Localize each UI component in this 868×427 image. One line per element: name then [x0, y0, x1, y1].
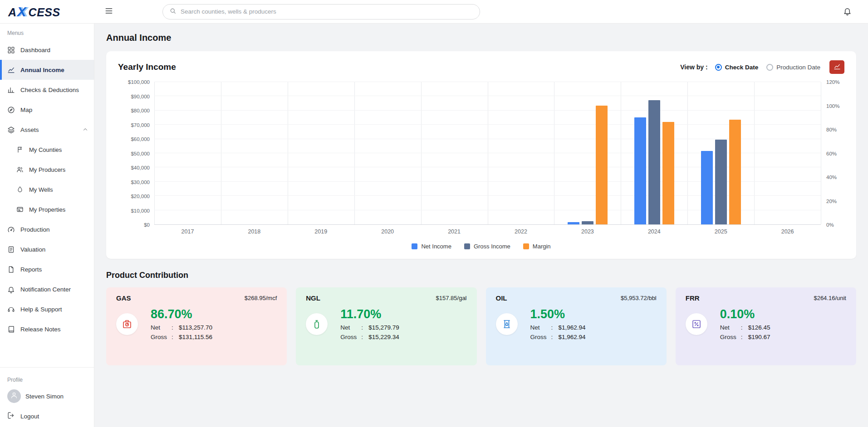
main-content: Annual Income Yearly Income View by : Ch… — [94, 24, 868, 427]
x-label-2019: 2019 — [288, 228, 354, 235]
gas-cylinder-icon — [306, 313, 328, 335]
x-label-2025: 2025 — [687, 228, 754, 235]
product-card-ngl: NGL$157.85/gal11.70%Net:$15,279.79Gross:… — [296, 287, 476, 365]
sidebar-item-valuation[interactable]: Valuation — [0, 239, 94, 259]
product-unit-price: $5,953.72/bbl — [621, 295, 657, 301]
grid-icon — [7, 46, 15, 54]
product-unit-price: $264.16/unit — [814, 295, 846, 301]
product-net-value: $113,257.70 — [179, 324, 212, 331]
sidebar-item-annual-income[interactable]: Annual Income — [0, 60, 94, 80]
y-axis-left: $0$10,000$20,000$30,000$40,000$50,000$60… — [118, 82, 154, 225]
chart-card-header: Yearly Income View by : Check DateProduc… — [118, 60, 844, 74]
menu-button[interactable] — [101, 4, 117, 20]
radio-production-date[interactable]: Production Date — [766, 64, 820, 71]
bar-net-income-2025[interactable] — [701, 151, 713, 224]
bar-margin-2024[interactable] — [662, 122, 674, 224]
compass-icon — [7, 106, 15, 114]
profile-section: Profile Steven Simon Logout — [0, 367, 94, 427]
sidebar-nav: DashboardAnnual IncomeChecks & Deduction… — [0, 40, 94, 339]
bar-gross-income-2025[interactable] — [715, 140, 727, 224]
app-logo[interactable]: AXCESS — [0, 4, 89, 19]
line-chart-icon — [7, 66, 15, 74]
sidebar-item-production[interactable]: Production — [0, 219, 94, 239]
sidebar-item-my-wells[interactable]: My Wells — [0, 180, 94, 199]
product-contribution-title: Product Contribution — [106, 271, 856, 280]
product-net-value: $1,962.94 — [559, 324, 586, 331]
product-gross-row: Gross:$1,962.94 — [530, 334, 586, 340]
top-bar: AXCESS — [0, 0, 868, 24]
product-percent: 0.10% — [720, 307, 770, 321]
sidebar-item-my-producers[interactable]: My Producers — [0, 160, 94, 180]
product-net-row: Net:$15,279.79 — [340, 324, 399, 331]
profile-name: Steven Simon — [25, 393, 64, 400]
sidebar: Menus DashboardAnnual IncomeChecks & Ded… — [0, 24, 94, 427]
gauge-icon — [7, 226, 15, 233]
id-card-icon — [16, 206, 24, 213]
bar-gross-income-2023[interactable] — [582, 221, 593, 224]
sidebar-item-notification-center[interactable]: Notification Center — [0, 279, 94, 299]
legend-net-income[interactable]: Net Income — [412, 243, 451, 250]
product-name: GAS — [116, 294, 131, 302]
bar-group-2026 — [754, 82, 821, 224]
product-name: NGL — [306, 294, 320, 302]
product-percent: 11.70% — [340, 307, 399, 321]
chart-title: Yearly Income — [118, 62, 176, 72]
profile-item[interactable]: Steven Simon — [0, 387, 94, 406]
sidebar-item-help-support[interactable]: Help & Support — [0, 299, 94, 319]
sidebar-item-checks-deductions[interactable]: Checks & Deductions — [0, 80, 94, 100]
legend-swatch — [412, 243, 417, 249]
sidebar-item-my-properties[interactable]: My Properties — [0, 199, 94, 219]
bell-icon — [843, 7, 852, 17]
bar-net-income-2023[interactable] — [568, 222, 579, 224]
frr-meter-icon — [686, 313, 707, 335]
sidebar-item-reports[interactable]: Reports — [0, 259, 94, 279]
bar-group-2024 — [621, 82, 687, 224]
radio-check-date[interactable]: Check Date — [715, 64, 759, 71]
sidebar-section-label: Menus — [7, 30, 87, 36]
sidebar-item-my-counties[interactable]: My Counties — [0, 140, 94, 160]
product-net-value: $15,279.79 — [368, 324, 399, 331]
sidebar-item-assets[interactable]: Assets — [0, 120, 94, 140]
bar-net-income-2024[interactable] — [634, 117, 646, 224]
bar-group-2018 — [221, 82, 288, 224]
menu-icon — [104, 6, 113, 17]
product-gross-row: Gross:$131,115.56 — [151, 334, 212, 340]
x-label-2017: 2017 — [154, 228, 221, 235]
product-cards: GAS$268.95/mcf86.70%Net:$113,257.70Gross… — [106, 287, 856, 365]
notifications-button[interactable] — [839, 4, 855, 20]
sidebar-item-release-notes[interactable]: Release Notes — [0, 319, 94, 339]
product-gross-value: $190.67 — [748, 334, 770, 340]
chart-type-button[interactable] — [829, 60, 844, 74]
bar-gross-income-2024[interactable] — [648, 100, 660, 224]
sidebar-item-map[interactable]: Map — [0, 100, 94, 120]
flag-icon — [16, 146, 24, 153]
bar-chart-icon — [7, 86, 15, 94]
product-card-gas: GAS$268.95/mcf86.70%Net:$113,257.70Gross… — [106, 287, 287, 365]
product-name: OIL — [496, 294, 507, 302]
sidebar-item-dashboard[interactable]: Dashboard — [0, 40, 94, 60]
droplet-icon — [16, 186, 24, 193]
product-gross-row: Gross:$15,229.34 — [340, 334, 399, 340]
profile-section-label: Profile — [7, 377, 87, 383]
page-title: Annual Income — [106, 33, 856, 43]
legend-swatch — [523, 243, 529, 249]
x-label-2023: 2023 — [554, 228, 621, 235]
chevron-up-icon — [82, 126, 88, 133]
bar-margin-2023[interactable] — [596, 106, 608, 225]
bar-margin-2025[interactable] — [729, 120, 741, 224]
legend-margin[interactable]: Margin — [523, 243, 551, 250]
search-bar[interactable] — [162, 4, 480, 19]
app-logo-text: AXCESS — [8, 4, 60, 19]
logout-button[interactable]: Logout — [0, 406, 94, 422]
product-net-row: Net:$113,257.70 — [151, 324, 212, 331]
bar-group-2023 — [554, 82, 621, 224]
legend-gross-income[interactable]: Gross Income — [464, 243, 510, 250]
search-icon — [169, 7, 177, 16]
product-percent: 1.50% — [530, 307, 586, 321]
y-axis-right: 0%20%40%60%80%100%120% — [821, 82, 844, 225]
x-label-2020: 2020 — [354, 228, 421, 235]
document-icon — [7, 246, 15, 253]
oil-barrel-icon — [496, 313, 518, 335]
bar-group-2021 — [421, 82, 488, 224]
search-input[interactable] — [181, 8, 473, 15]
